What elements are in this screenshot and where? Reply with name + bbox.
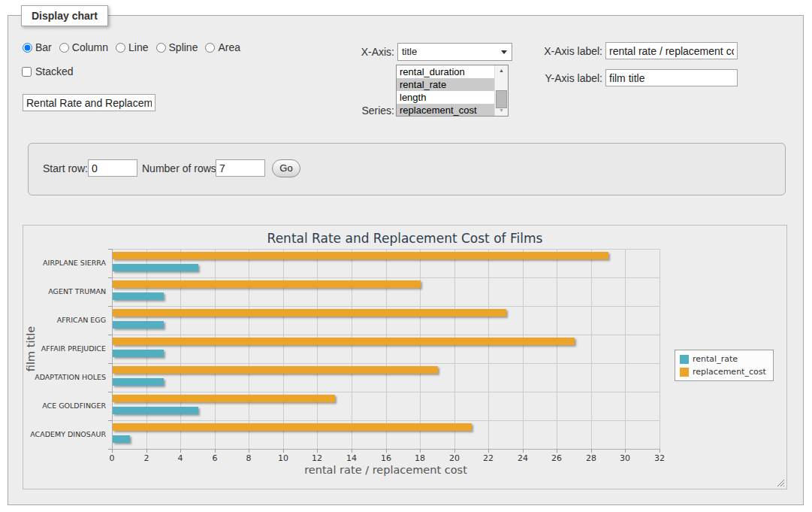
x-axis-title: rental rate / replacement cost [112, 464, 660, 476]
x-tick-label: 2 [135, 453, 158, 463]
bar-rental_rate[interactable] [113, 292, 164, 300]
bar-replacement_cost[interactable] [113, 309, 506, 317]
series-listbox[interactable]: rental_durationrental_ratelengthreplacem… [396, 65, 509, 117]
x-tick-label: 30 [614, 453, 636, 463]
x-axis-select[interactable]: title [397, 43, 512, 61]
chart-type-label-line: Line [128, 41, 148, 53]
x-axis-label-input[interactable] [605, 42, 738, 59]
chart-title-input[interactable] [23, 94, 155, 111]
bar-replacement_cost[interactable] [113, 338, 575, 345]
bar-rental_rate[interactable] [113, 378, 164, 386]
gridline-horizontal [112, 363, 660, 364]
gridline-vertical [523, 249, 524, 449]
bar-rental_rate[interactable] [113, 321, 164, 329]
x-tick-label: 24 [512, 453, 534, 463]
gridline-horizontal [112, 277, 660, 278]
x-tick-label: 18 [409, 453, 431, 463]
page: Display chart BarColumnLineSplineArea St… [0, 0, 812, 512]
bar-replacement_cost[interactable] [113, 280, 421, 288]
legend-item-rental_rate[interactable]: rental_rate [680, 354, 766, 364]
fieldset-legend: Display chart [21, 5, 108, 26]
x-tick-label: 28 [580, 453, 602, 463]
legend-swatch [680, 368, 689, 377]
series-listbox-options: rental_durationrental_ratelengthreplacem… [397, 65, 494, 116]
num-rows-input[interactable] [216, 159, 265, 177]
scroll-down-icon[interactable]: ▼ [495, 105, 508, 116]
bar-replacement_cost[interactable] [113, 395, 335, 402]
start-row-label: Start row: [43, 162, 88, 174]
chart-type-group: BarColumnLineSplineArea [23, 41, 248, 53]
chart-type-label-spline: Spline [169, 41, 198, 53]
category-label: ACADEMY DINOSAUR [23, 430, 106, 439]
x-tick-label: 14 [340, 453, 363, 463]
y-axis-label-caption: Y-Axis label: [532, 72, 602, 84]
y-axis-label-input[interactable] [605, 69, 738, 86]
chart-type-radio-spline[interactable] [156, 43, 166, 53]
chart-type-area[interactable]: Area [205, 41, 240, 53]
stacked-option[interactable]: Stacked [22, 65, 74, 77]
chart-type-spline[interactable]: Spline [156, 41, 198, 53]
gridline-vertical [454, 249, 455, 449]
gridline-vertical [557, 249, 557, 449]
bar-rental_rate[interactable] [113, 264, 198, 271]
bar-replacement_cost[interactable] [113, 252, 608, 259]
go-button[interactable]: Go [272, 159, 300, 177]
resize-handle-icon[interactable] [776, 478, 784, 486]
gridline-vertical [625, 249, 626, 449]
series-option-rental_rate[interactable]: rental_rate [397, 78, 494, 91]
category-label: ADAPTATION HOLES [23, 373, 106, 382]
x-tick-label: 26 [545, 453, 568, 463]
series-option-length[interactable]: length [397, 91, 494, 104]
bar-replacement_cost[interactable] [113, 423, 472, 431]
x-tick-label: 32 [648, 453, 671, 463]
series-listbox-scrollbar[interactable]: ▲ ▼ [494, 65, 508, 116]
chart-type-label-area: Area [218, 41, 240, 53]
gridline-vertical [180, 249, 181, 449]
category-label: ACE GOLDFINGER [23, 401, 106, 411]
legend-item-replacement_cost[interactable]: replacement_cost [680, 367, 766, 377]
fieldset-legend-text: Display chart [32, 10, 98, 22]
bar-rental_rate[interactable] [113, 350, 164, 357]
gridline-horizontal [112, 392, 660, 392]
gridline-vertical [420, 249, 421, 449]
gridline-vertical [352, 249, 352, 449]
bar-rental_rate[interactable] [113, 435, 130, 443]
gridline-vertical [215, 249, 216, 449]
gridline-vertical [660, 249, 660, 449]
stacked-label: Stacked [35, 65, 74, 77]
x-axis-select-value: title [402, 46, 417, 57]
chart-type-radio-line[interactable] [116, 43, 125, 53]
chart-type-column[interactable]: Column [59, 41, 108, 53]
chart-legend: rental_ratereplacement_cost [675, 350, 774, 381]
series-option-rental_duration[interactable]: rental_duration [397, 65, 494, 78]
series-option-replacement_cost[interactable]: replacement_cost [397, 104, 494, 116]
x-tick-label: 12 [306, 453, 328, 463]
scroll-up-icon[interactable]: ▲ [495, 65, 508, 76]
start-row-input[interactable] [88, 159, 137, 177]
gridline-horizontal [112, 420, 660, 421]
gridline-vertical [591, 249, 592, 449]
y-axis-line [112, 249, 113, 449]
x-tick-label: 4 [169, 453, 192, 463]
gridline-vertical [488, 249, 489, 449]
x-axis-label-caption: X-Axis label: [532, 45, 602, 57]
chart-type-line[interactable]: Line [116, 41, 148, 53]
go-button-label: Go [279, 162, 292, 174]
num-rows-label: Number of rows: [142, 162, 219, 174]
gridline-vertical [146, 249, 147, 449]
chart-type-radio-column[interactable] [59, 43, 69, 53]
stacked-checkbox[interactable] [22, 67, 32, 77]
gridline-vertical [317, 249, 318, 449]
gridline-vertical [283, 249, 284, 449]
legend-label: rental_rate [693, 354, 738, 364]
bar-replacement_cost[interactable] [113, 366, 438, 374]
chart-type-radio-bar[interactable] [23, 43, 32, 53]
x-tick-label: 16 [375, 453, 397, 463]
chart-type-radio-area[interactable] [205, 43, 215, 53]
x-axis-line [112, 449, 660, 450]
gridline-vertical [249, 249, 249, 449]
chart-type-bar[interactable]: Bar [23, 41, 52, 53]
bar-rental_rate[interactable] [113, 407, 198, 414]
category-label: AFFAIR PREJUDICE [23, 344, 106, 353]
chart-type-label-bar: Bar [35, 41, 52, 53]
